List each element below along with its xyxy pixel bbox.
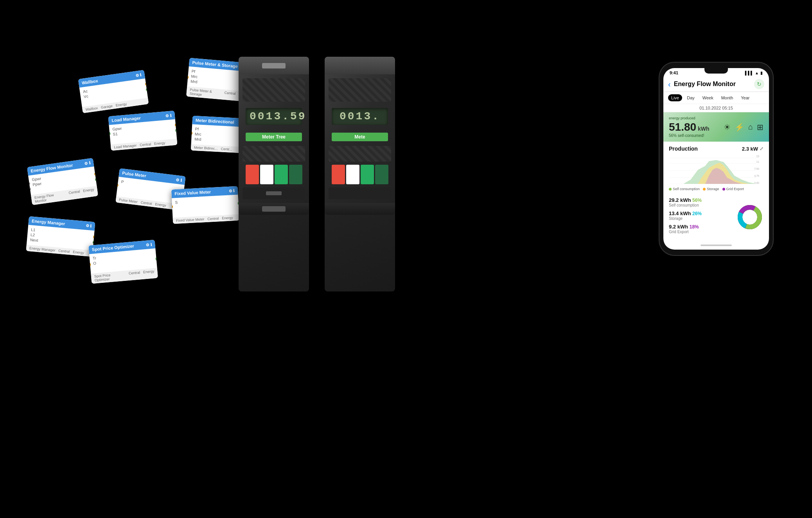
connector-dot xyxy=(175,123,178,127)
date-display: 01.10.2022 05:15 xyxy=(663,104,769,112)
signal-icon: ▌▌▌ xyxy=(745,71,753,75)
battery-icon: ▮ xyxy=(760,71,763,75)
connector-dot xyxy=(145,82,149,86)
meter-right-display: 0013. xyxy=(332,108,388,125)
time-tabs: Live Day Week Month Year xyxy=(663,92,769,104)
card-energy-flow-monitor: Energy Flow Monitor ⚙ ℹ Gpwr Ppwr Energy… xyxy=(27,158,98,205)
connector-dot xyxy=(93,240,95,245)
card-fixed-value-meter: Fixed Value Meter ⚙ ℹ S Fixed Value Mete… xyxy=(171,186,239,224)
production-chart-svg: 15 11 7.50 3.75 0.00 xyxy=(669,154,763,185)
svg-text:3.75: 3.75 xyxy=(754,174,759,177)
donut-chart xyxy=(736,203,763,231)
card-wallbox: Wallbox ⚙ ℹ Ac Vc Wallbox Garage Energy xyxy=(78,70,149,113)
connector-dot xyxy=(155,257,158,261)
nav-title: Energy Flow Monitor xyxy=(674,81,754,88)
banner-value: 51.80 xyxy=(669,121,696,133)
connector-dot xyxy=(94,172,98,176)
banner-label: energy produced xyxy=(669,116,710,120)
card-load-manager: Load Manager ⚙ ℹ Gpwr S1 Load Manager Ce… xyxy=(108,111,177,151)
status-time: 9:41 xyxy=(670,70,678,75)
back-button[interactable]: ‹ xyxy=(668,80,671,89)
tab-year[interactable]: Year xyxy=(738,94,753,101)
card-spot-price-optimizer: Spot Price Optimizer ⚙ ℹ Tr O Spot Price… xyxy=(88,240,158,284)
card-pm-title: Pulse Meter xyxy=(122,171,147,178)
din-meter-left: 0013.59 Meter Tree xyxy=(239,57,309,291)
solar-icon: ☀ xyxy=(724,122,731,132)
meter-left-label: Meter Tree xyxy=(246,133,302,141)
connector-dot xyxy=(27,182,31,186)
stat-grid-export: 9.2 kWh 18% Grid Export xyxy=(669,224,732,234)
phone-notch xyxy=(704,68,728,74)
din-meter-right: 0013. Mete xyxy=(325,57,395,291)
connector-dot xyxy=(115,183,119,187)
meter-right-label: Mete xyxy=(332,133,388,141)
wifi-icon: ▲ xyxy=(755,71,759,75)
banner-sub: 56% self-consumed! xyxy=(669,133,710,138)
chart-legend: Self consumption Storage Grid Export xyxy=(669,187,763,191)
card-mb-title: Meter Bidirectional xyxy=(196,118,235,124)
svg-text:7.50: 7.50 xyxy=(754,167,759,170)
connector-dot xyxy=(95,177,98,182)
card-energy-manager: Energy Manager ⚙ ℹ L1 L2 Next Energy Man… xyxy=(26,216,95,257)
production-banner: energy produced 51.80 kWh 56% self-consu… xyxy=(663,112,769,142)
tab-month[interactable]: Month xyxy=(718,94,737,101)
tab-live[interactable]: Live xyxy=(668,94,682,101)
stat-self-consumption: 29.2 kWh 56% Self consumption xyxy=(669,197,732,207)
connector-dot xyxy=(146,87,149,92)
card-wallbox-title: Wallbox xyxy=(81,78,98,85)
tab-day[interactable]: Day xyxy=(684,94,698,101)
grid-banner-icon: ⊞ xyxy=(757,122,763,132)
meter-left-display: 0013.59 xyxy=(246,108,302,125)
connector-dot xyxy=(93,235,95,239)
stats-section: 29.2 kWh 56% Self consumption 13.4 kWh 2… xyxy=(663,193,769,241)
expand-icon[interactable]: ⤢ xyxy=(760,146,763,151)
svg-text:15: 15 xyxy=(756,155,759,158)
connector-dot xyxy=(88,263,91,267)
chart-section: Production 2.3 kW ⤢ 15 11 7.50 3.75 0.00 xyxy=(663,142,769,193)
home-banner-icon: ⌂ xyxy=(748,122,753,132)
nav-bar: ‹ Energy Flow Monitor ↻ xyxy=(663,77,769,92)
home-indicator xyxy=(663,241,769,250)
stat-storage: 13.4 kWh 26% Storage xyxy=(669,210,732,221)
connector-dot xyxy=(186,75,189,79)
card-lm-title: Load Manager xyxy=(111,115,141,122)
chart-area: 15 11 7.50 3.75 0.00 xyxy=(669,154,763,185)
phone: 9:41 ▌▌▌ ▲ ▮ ‹ Energy Flow Monitor ↻ Liv… xyxy=(659,63,773,255)
connector-dot xyxy=(27,187,31,191)
phone-screen: 9:41 ▌▌▌ ▲ ▮ ‹ Energy Flow Monitor ↻ Liv… xyxy=(663,68,769,250)
chart-value: 2.3 kW xyxy=(742,146,758,152)
tab-week[interactable]: Week xyxy=(699,94,717,101)
card-fvm-title: Fixed Value Meter xyxy=(174,189,211,196)
svg-text:11: 11 xyxy=(756,160,759,163)
connector-dot xyxy=(108,131,110,136)
connector-dot xyxy=(175,128,178,133)
battery-banner-icon: ⚡ xyxy=(735,122,744,132)
card-em-title: Energy Manager xyxy=(32,218,65,226)
nav-action-icon[interactable]: ↻ xyxy=(754,79,764,89)
connector-dot xyxy=(191,131,193,135)
chart-title: Production xyxy=(669,146,698,152)
